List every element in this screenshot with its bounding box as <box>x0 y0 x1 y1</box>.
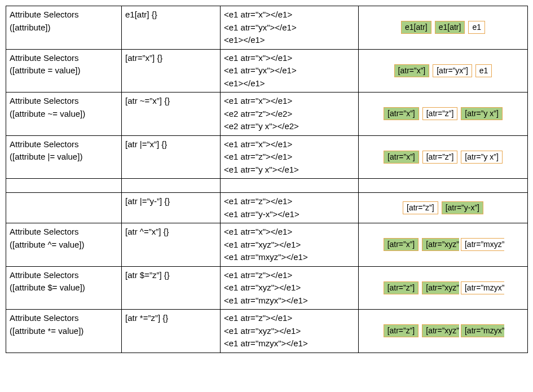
selector-name-line1: Attribute Selectors <box>10 52 118 65</box>
table-row: Attribute Selectors([attribute = value])… <box>6 49 528 93</box>
selector-name-cell: Attribute Selectors([attribute ^= value]… <box>6 223 122 267</box>
html-line: <e1 atr="x"></e1> <box>224 138 355 151</box>
selector-name-line2: ([attribute $= value]) <box>10 281 118 294</box>
result-chip-match: e1[atr] <box>401 21 431 34</box>
html-line: <e1 atr="y-x"></e1> <box>224 208 355 221</box>
result-cell: [atr=”z”][atr=”xyz”[atr=”mzyx” <box>359 266 528 310</box>
result-cell: [atr=”z”][atr=”y-x”] <box>359 193 528 223</box>
table-row: Attribute Selectors([attribute |= value]… <box>6 135 528 179</box>
result-chip-nomatch: [atr=”mzyx” <box>461 281 504 294</box>
selector-name-cell: Attribute Selectors([attribute |= value]… <box>6 135 122 179</box>
selector-syntax-cell: [atr |=”x”] {} <box>122 135 221 179</box>
html-line: <e1 atr="mzyx"></e1> <box>224 294 355 307</box>
table-row: Attribute Selectors([attribute *= value]… <box>6 310 528 353</box>
selector-syntax-cell: [atr ~=”x”] {} <box>122 93 221 136</box>
html-example-cell: <e1 atr="z"></e1><e1 atr="y-x"></e1> <box>221 193 359 223</box>
result-chip-nomatch: [atr=”yx”] <box>433 64 472 77</box>
result-chip-nomatch: [atr=”z”] <box>422 107 458 120</box>
selector-name-line2: ([attribute |= value]) <box>10 151 118 164</box>
selector-syntax: [atr *=”z”] {} <box>125 312 217 325</box>
html-line: <e1 atr="xyz"></e1> <box>224 281 355 294</box>
selector-name-cell: Attribute Selectors([attribute ~= value]… <box>6 93 122 136</box>
html-line: <e1></e1> <box>224 34 355 47</box>
selector-name-cell <box>6 193 122 223</box>
html-line: <e2 atr="y x"></e2> <box>224 120 355 133</box>
html-example-cell: <e1 atr="x"></e1><e1 atr="yx"></e1><e1><… <box>221 49 359 93</box>
html-line: <e1 atr="yx"></e1> <box>224 21 355 34</box>
html-line: <e1 atr="xyz"></e1> <box>224 239 355 252</box>
selector-name-line1: Attribute Selectors <box>10 8 118 21</box>
html-example-cell: <e1 atr="x"></e1><e2 atr="z"></e2><e2 at… <box>221 93 359 136</box>
result-chip-match: [atr=”y-x”] <box>442 201 483 214</box>
result-chip-nomatch: [atr=”mxyz” <box>461 238 504 251</box>
html-line: <e1 atr="mxyz"></e1> <box>224 251 355 264</box>
selector-syntax-cell: [atr *=”z”] {} <box>122 310 221 353</box>
html-line: <e1 atr="z"></e1> <box>224 151 355 164</box>
result-cell: e1[atr]e1[atr]e1 <box>359 6 528 50</box>
selector-name-line2: ([attribute]) <box>10 21 118 34</box>
result-cell: [atr=”x”][atr=”yx”]e1 <box>359 49 528 93</box>
table-row: Attribute Selectors([attribute])e1[atr] … <box>6 6 528 50</box>
selector-name-line1: Attribute Selectors <box>10 138 118 151</box>
selector-name-cell: Attribute Selectors([attribute]) <box>6 6 122 50</box>
result-chip-nomatch: [atr=”y x”] <box>461 151 503 164</box>
result-chip-nomatch: [atr=”z”] <box>422 151 458 164</box>
spacer-row <box>6 179 528 193</box>
table-row: Attribute Selectors([attribute ^= value]… <box>6 223 528 267</box>
result-cell: [atr=”z”][atr=”xyz”[atr=”mzyx” <box>359 310 528 353</box>
result-chip-match: e1[atr] <box>435 21 465 34</box>
selector-name-line2: ([attribute *= value]) <box>10 325 118 338</box>
table-row: Attribute Selectors([attribute ~= value]… <box>6 93 528 136</box>
selector-name-line1: Attribute Selectors <box>10 226 118 239</box>
html-example-cell: <e1 atr="x"></e1><e1 atr="yx"></e1><e1><… <box>221 6 359 50</box>
selector-name-line1: Attribute Selectors <box>10 95 118 108</box>
html-example-cell: <e1 atr="x"></e1><e1 atr="xyz"></e1><e1 … <box>221 223 359 267</box>
html-line: <e1 atr="z"></e1> <box>224 195 355 208</box>
result-chip-match: [atr=”mzyx” <box>461 324 504 337</box>
result-chip-match: [atr=”xyz” <box>422 238 459 251</box>
html-line: <e1 atr="x"></e1> <box>224 95 355 108</box>
table-row: Attribute Selectors([attribute $= value]… <box>6 266 528 310</box>
selector-name-line2: ([attribute = value]) <box>10 64 118 77</box>
selector-name-cell: Attribute Selectors([attribute *= value]… <box>6 310 122 353</box>
result-chip-nomatch: e1 <box>475 64 492 77</box>
result-cell: [atr=”x”][atr=”z”][atr=”y x”] <box>359 93 528 136</box>
html-line: <e1 atr="x"></e1> <box>224 8 355 21</box>
selector-syntax: [atr |=”y-”] {} <box>125 195 217 208</box>
result-chip-match: [atr=”x”] <box>394 64 430 77</box>
result-chip-nomatch: e1 <box>468 21 485 34</box>
result-chip-match: [atr=”xyz” <box>422 324 459 337</box>
result-chip-match: [atr=”xyz” <box>422 281 459 294</box>
selector-syntax-cell: [atr |=”y-”] {} <box>122 193 221 223</box>
result-chip-match: [atr=”x”] <box>384 151 419 164</box>
selector-name-cell: Attribute Selectors([attribute $= value]… <box>6 266 122 310</box>
selector-name-line1: Attribute Selectors <box>10 312 118 325</box>
html-example-cell: <e1 atr="z"></e1><e1 atr="xyz"></e1><e1 … <box>221 310 359 353</box>
html-example-cell: <e1 atr="z"></e1><e1 atr="xyz"></e1><e1 … <box>221 266 359 310</box>
html-line: <e1 atr="mzyx"></e1> <box>224 337 355 350</box>
html-line: <e1></e1> <box>224 77 355 90</box>
html-example-cell: <e1 atr="x"></e1><e1 atr="z"></e1><e1 at… <box>221 135 359 179</box>
selector-syntax: [atr=”x”] {} <box>125 52 217 65</box>
selector-syntax: [atr |=”x”] {} <box>125 138 217 151</box>
selector-syntax: [atr ^=”x”] {} <box>125 226 217 239</box>
result-chip-nomatch: [atr=”z”] <box>403 201 438 214</box>
html-line: <e1 atr="z"></e1> <box>224 312 355 325</box>
table-row: [atr |=”y-”] {}<e1 atr="z"></e1><e1 atr=… <box>6 193 528 223</box>
selector-name-cell: Attribute Selectors([attribute = value]) <box>6 49 122 93</box>
html-line: <e1 atr="xyz"></e1> <box>224 325 355 338</box>
result-cell: [atr=”x”][atr=”z”][atr=”y x”] <box>359 135 528 179</box>
result-chip-match: [atr=”z”] <box>384 324 419 337</box>
selector-syntax: [atr $=”z”] {} <box>125 269 217 282</box>
html-line: <e1 atr="x"></e1> <box>224 52 355 65</box>
selector-syntax: e1[atr] {} <box>125 8 217 21</box>
selector-syntax-cell: [atr=”x”] {} <box>122 49 221 93</box>
selectors-table: Attribute Selectors([attribute])e1[atr] … <box>6 6 528 353</box>
result-chip-match: [atr=”x”] <box>384 238 419 251</box>
result-chip-match: [atr=”z”] <box>384 281 419 294</box>
html-line: <e1 atr="z"></e1> <box>224 269 355 282</box>
result-chip-match: [atr=”y x”] <box>461 107 503 120</box>
html-line: <e1 atr="y x"></e1> <box>224 164 355 177</box>
selector-syntax-cell: [atr $=”z”] {} <box>122 266 221 310</box>
selector-name-line2: ([attribute ~= value]) <box>10 108 118 121</box>
